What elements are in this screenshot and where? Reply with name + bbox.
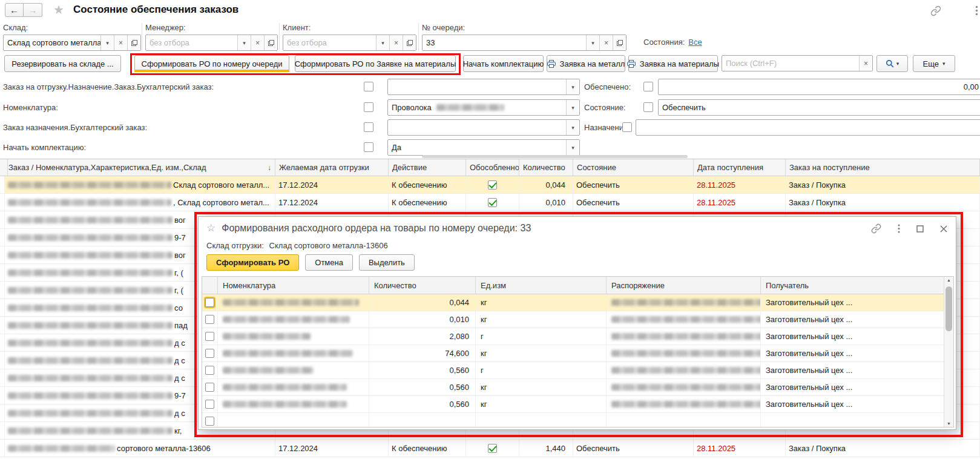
provided-field[interactable]: 0,00 [658, 79, 980, 95]
dialog-row[interactable] [202, 413, 953, 428]
queue-field[interactable]: 33 ▾ × [422, 35, 626, 51]
cell-checkbox [202, 379, 218, 395]
scroll-down-icon[interactable]: ▼ [944, 421, 953, 426]
choose-button[interactable] [613, 35, 626, 50]
redacted-text [223, 333, 311, 340]
column-header-separate[interactable]: Обособленно [466, 159, 519, 176]
order-row[interactable]: , Склад сортового метал... 17.12.2024 К … [0, 194, 980, 211]
forward-button[interactable]: → [24, 3, 42, 17]
client-field[interactable]: без отбора ▾ × [283, 35, 416, 51]
page-title: Состояние обеспечения заказов [73, 4, 238, 16]
filter-checkbox[interactable] [364, 142, 373, 152]
clear-button[interactable]: × [389, 35, 403, 50]
dropdown-button[interactable]: ▾ [100, 35, 114, 50]
column-header-disposal[interactable]: Распоряжение [607, 277, 761, 294]
materials-request-button[interactable]: Заявка на материалы [628, 55, 718, 72]
clear-search-button[interactable]: × [859, 56, 872, 71]
column-header-unit[interactable]: Ед.изм [476, 277, 607, 294]
choose-button[interactable] [403, 35, 416, 50]
choose-button[interactable] [127, 35, 140, 50]
kebab-menu-icon[interactable] [898, 224, 900, 233]
row-checkbox[interactable] [205, 400, 214, 409]
dialog-row[interactable]: 0,560 кг Заготовительный цех ... [202, 379, 953, 396]
row-checkbox[interactable] [205, 332, 214, 341]
filter-checkbox[interactable] [643, 102, 653, 112]
dropdown-button[interactable]: ▾ [376, 35, 389, 50]
form-ro-button[interactable]: Сформировать РО [206, 254, 299, 271]
field-value: 0,00 [659, 79, 980, 94]
dialog-row[interactable]: 0,560 г Заготовительный цех ... [202, 362, 953, 379]
column-header-receipt-order[interactable]: Заказ на поступление [786, 159, 980, 176]
filter-checkbox[interactable] [643, 82, 653, 91]
back-button[interactable]: ← [5, 3, 24, 17]
row-checkbox[interactable] [205, 298, 214, 307]
form-ro-by-request-button[interactable]: Сформировать РО по Заявке на материалы [295, 55, 456, 72]
states-all-link[interactable]: Все [688, 38, 702, 47]
order-row[interactable]: сортового металла-13606 17.12.2024 К обе… [0, 440, 980, 457]
clear-button[interactable]: × [114, 35, 127, 50]
filter-checkbox[interactable] [622, 122, 632, 132]
row-checkbox[interactable] [205, 417, 214, 426]
clear-button[interactable]: × [599, 35, 613, 50]
row-checkbox[interactable] [205, 383, 214, 392]
cell-checkbox [202, 328, 218, 345]
manager-field[interactable]: без отбора ▾ × [145, 35, 278, 51]
start-assembly-button[interactable]: Начать комплектацию [463, 55, 544, 72]
clear-button[interactable]: × [251, 35, 264, 50]
column-header-receipt-date[interactable]: Дата поступления [694, 159, 786, 176]
column-header-quantity[interactable]: Количество [519, 159, 573, 176]
cell-separate [466, 440, 519, 457]
order-row[interactable]: Склад сортового металл... 17.12.2024 К о… [0, 176, 980, 194]
link-icon[interactable] [871, 223, 881, 234]
select-button[interactable]: Выделить [359, 254, 415, 271]
horizontal-scrollbar[interactable] [422, 155, 688, 158]
dialog-star-icon[interactable]: ☆ [206, 222, 215, 234]
dialog-row[interactable]: 74,600 кг Заготовительный цех ... [202, 345, 953, 362]
more-button[interactable]: Еще ▾ [913, 55, 955, 72]
separate-checkbox[interactable] [488, 444, 497, 453]
separate-checkbox[interactable] [488, 180, 497, 190]
form-ro-by-queue-button[interactable]: Сформировать РО по номеру очереди [134, 55, 289, 72]
redacted-text [8, 445, 115, 452]
more-menu-icon[interactable] [975, 5, 980, 16]
separate-checkbox[interactable] [488, 198, 497, 207]
vertical-scrollbar[interactable]: ▲ ▼ [944, 277, 953, 427]
dropdown-button[interactable]: ▾ [566, 140, 579, 155]
dialog-row[interactable]: 2,080 г Заготовительный цех ... [202, 328, 953, 345]
cancel-button[interactable]: Отмена [305, 254, 353, 271]
reserve-button[interactable]: Резервировать на складе ... [4, 55, 121, 72]
search-input[interactable]: Поиск (Ctrl+F) × [722, 55, 873, 71]
dropdown-button[interactable]: ▾ [586, 35, 599, 50]
column-header-order[interactable]: Заказ / Номенклатура,Характеристика,Ед. … [5, 159, 275, 176]
client-label: Клиент: [283, 23, 416, 32]
cell-receipt-date: 28.11.2025 [694, 194, 786, 211]
purpose-field[interactable] [636, 119, 980, 136]
row-checkbox[interactable] [205, 366, 214, 375]
column-header-quantity[interactable]: Количество [369, 277, 476, 294]
dialog-row[interactable]: 0,010 кг Заготовительный цех ... [202, 311, 953, 328]
column-header-action[interactable]: Действие [389, 159, 466, 176]
maximize-icon[interactable] [916, 225, 924, 233]
search-button[interactable]: ▾ [876, 55, 908, 72]
column-header-ship-date[interactable]: Желаемая дата отгрузки [275, 159, 389, 176]
warehouse-field[interactable]: Склад сортового металла- ▾ × [3, 35, 141, 51]
start-assembly-field[interactable]: Да ▾ [387, 139, 580, 156]
link-icon[interactable] [930, 5, 941, 16]
metal-request-button[interactable]: Заявка на металл [547, 55, 625, 72]
column-header-nomenclature[interactable]: Номенклатура [218, 277, 369, 294]
row-checkbox[interactable] [205, 315, 214, 324]
dialog-row[interactable]: 0,560 кг Заготовительный цех ... [202, 396, 953, 413]
choose-button[interactable] [264, 35, 277, 50]
row-checkbox[interactable] [205, 349, 214, 358]
favorite-star-icon[interactable]: ★ [53, 2, 64, 17]
more-label: Еще [923, 59, 939, 68]
column-header-state[interactable]: Состояние [573, 159, 694, 176]
dropdown-button[interactable]: ▾ [237, 35, 251, 50]
close-icon[interactable] [940, 225, 947, 233]
dialog-row[interactable]: 0,044 кг Заготовительный цех ... [202, 294, 953, 311]
cell-unit: г [476, 328, 607, 345]
scroll-up-icon[interactable]: ▲ [944, 278, 953, 282]
column-header-receiver[interactable]: Получатель [761, 277, 953, 294]
state-field[interactable]: Обеспечить [658, 99, 980, 116]
scrollbar-thumb[interactable] [945, 286, 952, 331]
